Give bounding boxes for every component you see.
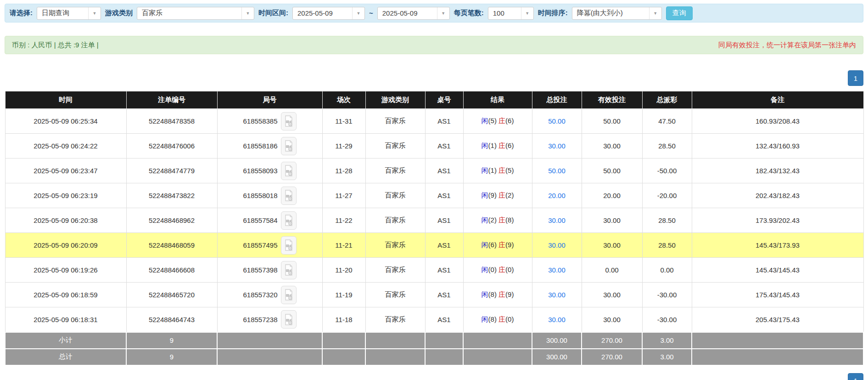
cell-bet-id: 522488474779 [126,159,217,183]
video-replay-button[interactable] [281,211,297,230]
banker-label: 庄 [498,142,505,149]
cell-bet-id: 522488476006 [126,134,217,159]
cell-round: 618558018 [217,183,322,208]
total-bet-link[interactable]: 30.00 [548,316,566,323]
cell-note: 205.43/175.43 [692,307,863,332]
footer-session [322,332,365,349]
cell-time: 2025-05-09 06:24:22 [5,134,126,159]
total-bet-link[interactable]: 30.00 [548,241,566,249]
cell-table-no: AS1 [425,208,463,233]
cell-round: 618557495 [217,233,322,258]
footer-game [365,349,425,365]
video-replay-button[interactable] [281,286,297,304]
player-label: 闲 [482,216,488,224]
currency-total-text: 币别 : 人民币 | 总共 :9 注单 | [12,41,99,50]
player-score: (2) [488,216,499,224]
video-replay-button[interactable] [281,162,297,180]
table-row: 2025-05-09 06:23:47522488474779618558093… [5,159,863,183]
cell-table-no: AS1 [425,233,463,258]
video-replay-icon [284,314,293,325]
video-replay-button[interactable] [281,137,297,155]
date-to-value: 2025-05-09 [378,9,437,17]
cell-bet-id: 522488465720 [126,283,217,307]
total-bet-link[interactable]: 50.00 [548,167,566,175]
total-bet-link[interactable]: 20.00 [548,192,566,199]
table-row: 2025-05-09 06:18:59522488465720618557320… [5,283,863,307]
cell-valid-bet: 30.00 [582,134,642,159]
cell-time: 2025-05-09 06:19:26 [5,258,126,283]
pagination-page-button[interactable]: 1 [848,373,863,380]
pagination-page-button[interactable]: 1 [848,70,863,86]
player-label: 闲 [482,117,488,125]
video-replay-button[interactable] [281,112,297,130]
banker-label: 庄 [498,166,505,174]
total-bet-link[interactable]: 30.00 [548,142,566,150]
cell-game: 百家乐 [365,159,425,183]
cell-round: 618557238 [217,307,322,332]
round-wrap: 618557398 [218,261,322,279]
table-row: 2025-05-09 06:20:09522488468059618557495… [5,233,863,258]
round-wrap: 618558385 [218,112,322,130]
query-type-select[interactable]: 日期查询 ▼ [37,7,101,20]
total-bet-link[interactable]: 30.00 [548,291,566,299]
footer-count: 9 [126,349,217,365]
video-replay-button[interactable] [281,261,297,279]
cell-result: 闲(9) 庄(2) [463,183,532,208]
page-size-select[interactable]: 100 ▼ [488,7,534,20]
player-score: (1) [488,142,499,149]
game-category-select[interactable]: 百家乐 ▼ [137,7,254,20]
footer-table [425,332,463,349]
game-category-label: 游戏类别 [105,9,133,17]
total-bet-link[interactable]: 50.00 [548,117,566,125]
cell-valid-bet: 30.00 [582,307,642,332]
betting-records-page: 请选择: 日期查询 ▼ 游戏类别 百家乐 ▼ 时间区间: 2025-05-09 … [0,0,868,380]
video-replay-icon [284,165,293,176]
video-replay-icon [284,215,293,226]
footer-game [365,332,425,349]
footer-note [692,349,863,365]
video-replay-button[interactable] [281,187,297,205]
column-header-7: 总投注 [532,91,582,109]
cell-result: 闲(6) 庄(9) [463,233,532,258]
date-from-select[interactable]: 2025-05-09 ▼ [292,7,365,20]
cell-total-bet: 30.00 [532,134,582,159]
round-wrap: 618558018 [218,187,322,205]
video-replay-button[interactable] [281,310,297,329]
round-wrap: 618557584 [218,211,322,230]
footer-table [425,349,463,365]
cell-time: 2025-05-09 06:20:38 [5,208,126,233]
round-id: 618557238 [243,316,277,323]
round-wrap: 618557238 [218,310,322,329]
cell-note: 145.43/173.93 [692,233,863,258]
cell-payout: -50.00 [642,159,692,183]
time-sort-select[interactable]: 降冪(由大到小) ▼ [572,7,662,20]
search-button[interactable]: 查询 [666,6,693,20]
cell-note: 145.43/145.43 [692,258,863,283]
cell-table-no: AS1 [425,134,463,159]
chevron-down-icon: ▼ [241,7,254,19]
date-to-select[interactable]: 2025-05-09 ▼ [377,7,450,20]
banker-label: 庄 [498,191,505,199]
player-label: 闲 [482,166,488,174]
footer-count: 9 [126,332,217,349]
cell-round: 618558385 [217,109,322,134]
video-replay-button[interactable] [281,236,297,255]
cell-result: 闲(8) 庄(9) [463,283,532,307]
footer-payout: 3.00 [642,349,692,365]
cell-note: 202.43/182.43 [692,183,863,208]
banker-score: (6) [505,117,514,125]
round-wrap: 618558186 [218,137,322,155]
cell-result: 闲(8) 庄(0) [463,307,532,332]
cell-bet-id: 522488464743 [126,307,217,332]
cell-bet-id: 522488468962 [126,208,217,233]
player-score: (8) [488,315,499,323]
round-id: 618558093 [243,167,277,175]
query-type-label: 请选择: [10,9,33,17]
column-header-0: 时间 [5,91,126,109]
total-bet-link[interactable]: 30.00 [548,216,566,224]
footer-session [322,349,365,365]
cell-result: 闲(2) 庄(8) [463,208,532,233]
banker-score: (5) [505,166,514,174]
total-bet-link[interactable]: 30.00 [548,266,566,274]
cell-valid-bet: 20.00 [582,183,642,208]
